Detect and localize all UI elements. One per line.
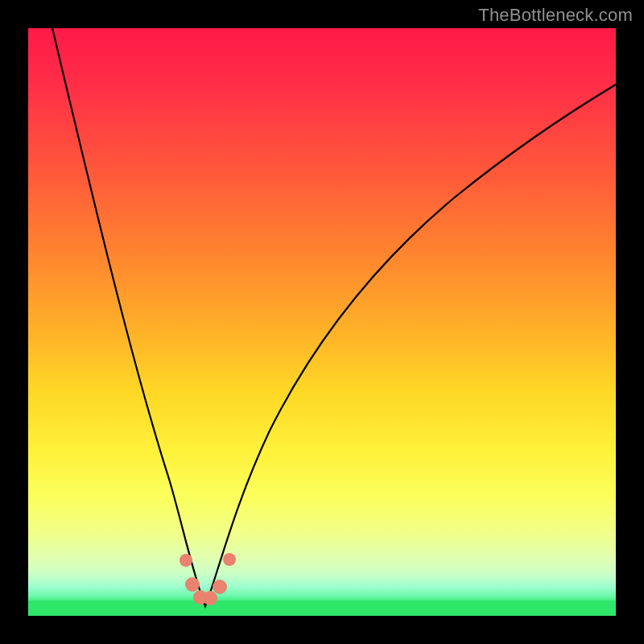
bottleneck-curve xyxy=(52,28,616,606)
curve-marker xyxy=(223,553,236,566)
curve-marker xyxy=(213,580,227,594)
curve-layer xyxy=(28,28,616,616)
curve-marker xyxy=(185,577,200,592)
chart-frame: TheBottleneck.com xyxy=(0,0,644,644)
plot-area xyxy=(28,28,616,616)
curve-marker xyxy=(203,591,217,605)
watermark-text: TheBottleneck.com xyxy=(478,5,633,26)
curve-marker xyxy=(180,554,192,567)
